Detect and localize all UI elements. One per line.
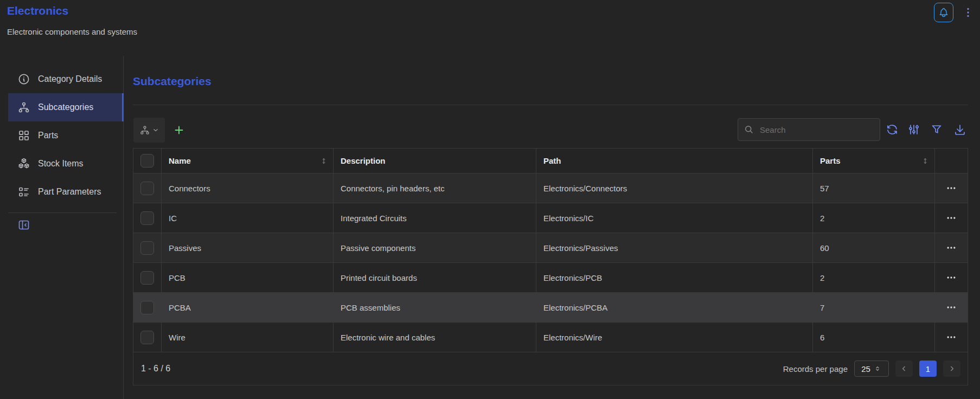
- row-actions-button[interactable]: [940, 297, 962, 318]
- dots-icon: [946, 242, 957, 253]
- row-actions-button[interactable]: [940, 326, 962, 348]
- row-checkbox[interactable]: [140, 241, 154, 255]
- chevron-left-icon: [900, 364, 908, 373]
- cell-name: Connectors: [162, 173, 334, 203]
- section-heading: Subcategories: [133, 75, 212, 88]
- select-all-checkbox[interactable]: [140, 154, 154, 168]
- row-checkbox[interactable]: [140, 211, 154, 225]
- sidebar-item-label: Subcategories: [38, 102, 93, 112]
- sitemap-icon: [17, 101, 30, 114]
- bell-icon: [938, 7, 949, 18]
- cell-description: PCB assemblies: [334, 293, 536, 322]
- page-1-button[interactable]: 1: [919, 361, 937, 377]
- cell-name: Passives: [162, 233, 334, 262]
- table-footer: 1 - 6 / 6 Records per page 25 1: [133, 352, 968, 385]
- collapse-sidebar-icon: [17, 218, 30, 231]
- sidebar-item-subcategories[interactable]: Subcategories: [8, 93, 123, 121]
- row-actions-button[interactable]: [940, 177, 962, 199]
- sitemap-icon: [139, 125, 150, 136]
- notifications-button[interactable]: [934, 3, 953, 22]
- column-header-actions: [935, 149, 968, 173]
- cell-name: IC: [162, 203, 334, 233]
- column-header-name[interactable]: Name: [162, 149, 334, 173]
- row-checkbox[interactable]: [140, 301, 154, 314]
- download-button[interactable]: [952, 122, 968, 137]
- record-range-label: 1 - 6 / 6: [140, 364, 170, 374]
- cell-path: Electronics/Wire: [536, 323, 813, 352]
- cell-description: Printed circuit boards: [334, 263, 536, 292]
- sidebar-item-label: Part Parameters: [38, 187, 101, 197]
- refresh-icon: [886, 123, 899, 136]
- dots-icon: [946, 272, 957, 283]
- collapse-sidebar-button[interactable]: [16, 217, 32, 233]
- sidebar: Category Details Subcategories Parts Sto…: [8, 65, 123, 206]
- cell-parts: 6: [813, 323, 935, 352]
- table-row[interactable]: Passives Passive components Electronics/…: [133, 233, 968, 262]
- page-subtitle: Electronic components and systems: [7, 27, 137, 36]
- dots-vertical-icon: [962, 6, 975, 19]
- row-actions-button[interactable]: [940, 207, 962, 229]
- table-options-button[interactable]: [906, 122, 921, 137]
- cell-path: Electronics/Connectors: [536, 173, 813, 203]
- subcategories-table: Name Description Path Parts Connectors: [133, 148, 968, 385]
- filter-icon: [930, 123, 943, 136]
- sidebar-item-parts[interactable]: Parts: [8, 121, 123, 150]
- cell-parts: 7: [813, 293, 935, 322]
- search-input[interactable]: [738, 118, 880, 141]
- page-title: Electronics: [7, 4, 68, 17]
- sitemap-dropdown-button[interactable]: [133, 118, 165, 143]
- table-row[interactable]: PCB Printed circuit boards Electronics/P…: [133, 262, 968, 292]
- cell-parts: 2: [813, 263, 935, 292]
- table-row[interactable]: PCBA PCB assemblies Electronics/PCBA 7: [133, 292, 968, 322]
- sidebar-item-part-parameters[interactable]: Part Parameters: [8, 178, 123, 206]
- cell-name: PCB: [162, 263, 334, 292]
- refresh-button[interactable]: [885, 122, 900, 137]
- chevron-right-icon: [947, 364, 956, 373]
- cell-description: Integrated Circuits: [334, 203, 536, 233]
- table-row[interactable]: Connectors Connectors, pin headers, etc …: [133, 173, 968, 203]
- sidebar-item-stock-items[interactable]: Stock Items: [8, 150, 123, 178]
- grid-icon: [17, 129, 30, 142]
- row-checkbox[interactable]: [140, 331, 154, 344]
- cell-path: Electronics/Passives: [536, 233, 813, 262]
- search-icon: [744, 124, 754, 135]
- actions-menu-button[interactable]: [960, 3, 976, 22]
- add-subcategory-button[interactable]: [171, 122, 187, 138]
- search-box: [738, 118, 880, 141]
- records-per-page-select[interactable]: 25: [854, 361, 889, 377]
- download-icon: [953, 123, 966, 136]
- info-circle-icon: [17, 73, 30, 86]
- dots-icon: [946, 302, 957, 313]
- sidebar-item-category-details[interactable]: Category Details: [8, 65, 123, 93]
- next-page-button[interactable]: [943, 361, 960, 377]
- pagination: Records per page 25 1: [783, 361, 960, 377]
- previous-page-button[interactable]: [895, 361, 913, 377]
- cell-path: Electronics/PCBA: [536, 293, 813, 322]
- filter-button[interactable]: [929, 122, 944, 137]
- adjustments-icon: [907, 123, 920, 136]
- cell-description: Passive components: [334, 233, 536, 262]
- row-checkbox[interactable]: [140, 271, 154, 285]
- table-row[interactable]: Wire Electronic wire and cables Electron…: [133, 322, 968, 352]
- column-header-description: Description: [334, 149, 536, 173]
- table-body: Connectors Connectors, pin headers, etc …: [133, 173, 968, 352]
- row-actions-button[interactable]: [940, 237, 962, 259]
- row-checkbox[interactable]: [140, 182, 154, 195]
- dots-icon: [946, 332, 957, 343]
- cell-parts: 60: [813, 233, 935, 262]
- cell-path: Electronics/PCB: [536, 263, 813, 292]
- table-header-row: Name Description Path Parts: [133, 149, 968, 173]
- cell-name: Wire: [162, 323, 334, 352]
- selector-icon: [873, 364, 882, 373]
- cell-description: Electronic wire and cables: [334, 323, 536, 352]
- cell-description: Connectors, pin headers, etc: [334, 173, 536, 203]
- sort-icon[interactable]: [319, 157, 328, 165]
- list-details-icon: [17, 185, 30, 198]
- sort-icon[interactable]: [921, 157, 930, 165]
- cell-parts: 57: [813, 173, 935, 203]
- column-header-path: Path: [536, 149, 813, 173]
- table-row[interactable]: IC Integrated Circuits Electronics/IC 2: [133, 203, 968, 233]
- dots-icon: [946, 183, 957, 194]
- column-header-parts[interactable]: Parts: [813, 149, 935, 173]
- row-actions-button[interactable]: [940, 267, 962, 288]
